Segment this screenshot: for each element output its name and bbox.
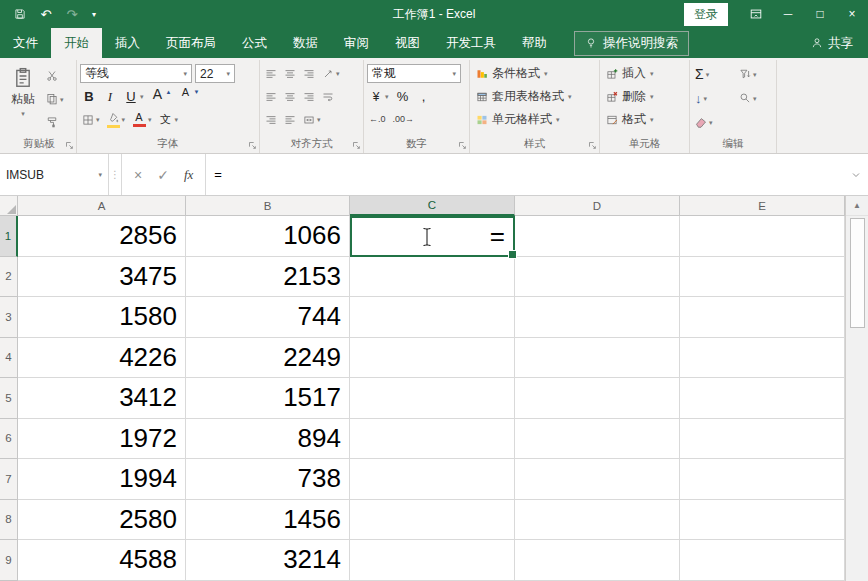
copy-button[interactable]: ▾: [44, 89, 66, 109]
align-left-button[interactable]: [263, 87, 279, 107]
cell-A2[interactable]: 3475: [18, 257, 186, 298]
delete-cells-button[interactable]: 删除 ▾: [603, 85, 686, 108]
paste-button[interactable]: 粘贴 ▾: [5, 62, 41, 132]
share-button[interactable]: 共享: [796, 28, 868, 58]
percent-style-button[interactable]: %: [394, 87, 412, 107]
cut-button[interactable]: [44, 66, 66, 86]
cell-B8[interactable]: 1456: [186, 500, 350, 541]
increase-decimal-button[interactable]: ←.0: [367, 110, 388, 130]
cell-C2[interactable]: [350, 257, 515, 298]
cell-D5[interactable]: [515, 378, 680, 419]
formula-input[interactable]: =: [206, 154, 844, 195]
cell-E3[interactable]: [680, 297, 845, 338]
wrap-text-button[interactable]: [320, 87, 336, 107]
font-color-button[interactable]: A ▾: [130, 110, 154, 130]
name-box-resizer[interactable]: ⋮: [109, 154, 122, 195]
cell-E8[interactable]: [680, 500, 845, 541]
tab-file[interactable]: 文件: [0, 28, 51, 58]
number-format-combo[interactable]: 常规 ▾: [367, 64, 461, 83]
tab-data[interactable]: 数据: [280, 28, 331, 58]
cell-D4[interactable]: [515, 338, 680, 379]
cell-A9[interactable]: 4588: [18, 540, 186, 581]
cell-E4[interactable]: [680, 338, 845, 379]
insert-function-button[interactable]: fx: [184, 167, 193, 183]
borders-button[interactable]: ▾: [80, 110, 102, 130]
align-middle-button[interactable]: [282, 64, 298, 84]
name-box[interactable]: IMSUB ▾: [0, 154, 109, 195]
accounting-format-button[interactable]: ¥▾: [367, 87, 391, 107]
cell-C3[interactable]: [350, 297, 515, 338]
column-header-A[interactable]: A: [18, 196, 186, 216]
scroll-up-button[interactable]: ▲: [846, 196, 868, 216]
maximize-button[interactable]: □: [804, 0, 836, 28]
cell-B2[interactable]: 2153: [186, 257, 350, 298]
cell-C1-active[interactable]: =: [350, 216, 515, 257]
vertical-scrollbar[interactable]: ▲: [845, 196, 868, 581]
column-header-C[interactable]: C: [350, 196, 515, 216]
format-painter-button[interactable]: [44, 112, 66, 132]
align-bottom-button[interactable]: [301, 64, 317, 84]
cell-B4[interactable]: 2249: [186, 338, 350, 379]
login-button[interactable]: 登录: [684, 3, 728, 26]
cell-E5[interactable]: [680, 378, 845, 419]
merge-center-button[interactable]: ▾: [301, 110, 323, 130]
cell-E2[interactable]: [680, 257, 845, 298]
cell-A1[interactable]: 2856: [18, 216, 186, 257]
clipboard-dialog-launcher[interactable]: [64, 140, 74, 150]
tab-help[interactable]: 帮助: [509, 28, 560, 58]
cell-B5[interactable]: 1517: [186, 378, 350, 419]
customize-qat-button[interactable]: ▾: [88, 3, 100, 25]
row-header-6[interactable]: 6: [0, 419, 18, 460]
save-button[interactable]: [10, 3, 30, 25]
cell-B7[interactable]: 738: [186, 459, 350, 500]
cell-C7[interactable]: [350, 459, 515, 500]
cell-A4[interactable]: 4226: [18, 338, 186, 379]
cell-B3[interactable]: 744: [186, 297, 350, 338]
name-box-dropdown-icon[interactable]: ▾: [98, 171, 102, 178]
styles-dialog-launcher[interactable]: [587, 140, 597, 150]
redo-button[interactable]: ↷: [62, 3, 82, 25]
ribbon-display-options-button[interactable]: [740, 0, 772, 28]
cell-A5[interactable]: 3412: [18, 378, 186, 419]
tell-me-search[interactable]: 操作说明搜索: [574, 31, 689, 56]
increase-font-size-button[interactable]: A▲: [149, 87, 174, 107]
underline-button[interactable]: U▾: [122, 87, 146, 107]
tab-home[interactable]: 开始: [51, 28, 102, 58]
decrease-indent-button[interactable]: [263, 110, 279, 130]
cell-B1[interactable]: 1066: [186, 216, 350, 257]
cell-D6[interactable]: [515, 419, 680, 460]
cell-C5[interactable]: [350, 378, 515, 419]
row-header-9[interactable]: 9: [0, 540, 18, 581]
select-all-button[interactable]: [0, 196, 18, 216]
format-cells-button[interactable]: 格式 ▾: [603, 108, 686, 131]
decrease-font-size-button[interactable]: A▼: [176, 87, 201, 107]
cell-styles-button[interactable]: 单元格样式 ▾: [473, 108, 596, 131]
insert-cells-button[interactable]: 插入 ▾: [603, 62, 686, 85]
cell-C8[interactable]: [350, 500, 515, 541]
number-dialog-launcher[interactable]: [457, 140, 467, 150]
comma-style-button[interactable]: ,: [415, 87, 433, 107]
row-header-7[interactable]: 7: [0, 459, 18, 500]
fill-color-button[interactable]: ▾: [105, 110, 128, 130]
autosum-button[interactable]: Σ▾: [693, 64, 737, 84]
row-header-8[interactable]: 8: [0, 500, 18, 541]
orientation-button[interactable]: ▾: [320, 64, 342, 84]
row-header-4[interactable]: 4: [0, 338, 18, 379]
cell-C9[interactable]: [350, 540, 515, 581]
cell-B6[interactable]: 894: [186, 419, 350, 460]
enter-button[interactable]: ✓: [157, 168, 169, 182]
cell-C6[interactable]: [350, 419, 515, 460]
cell-E6[interactable]: [680, 419, 845, 460]
font-size-combo[interactable]: 22 ▾: [195, 64, 235, 83]
align-right-button[interactable]: [301, 87, 317, 107]
row-header-5[interactable]: 5: [0, 378, 18, 419]
cell-E9[interactable]: [680, 540, 845, 581]
align-top-button[interactable]: [263, 64, 279, 84]
tab-developer[interactable]: 开发工具: [433, 28, 509, 58]
tab-review[interactable]: 审阅: [331, 28, 382, 58]
column-header-D[interactable]: D: [515, 196, 680, 216]
row-header-1[interactable]: 1: [0, 216, 18, 257]
sort-filter-button[interactable]: ▾: [737, 64, 775, 84]
scrollbar-thumb[interactable]: [850, 218, 865, 328]
find-select-button[interactable]: ▾: [737, 88, 775, 108]
